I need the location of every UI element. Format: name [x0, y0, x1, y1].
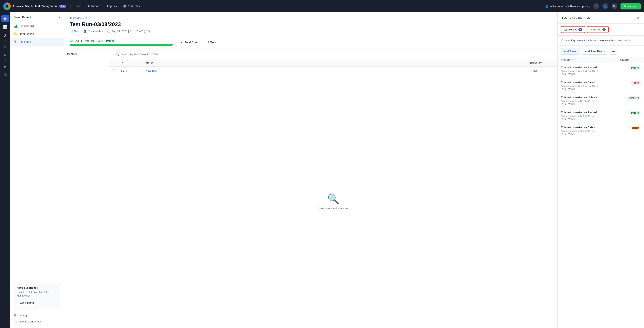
result-author: Rishu Mehra [561, 103, 598, 106]
topnav-right: 👤 Invite team 🏷 Plans and pricing ? 👤 🔍 … [545, 3, 641, 9]
icon-sidebar-testruns[interactable]: ▶ [2, 63, 9, 70]
table-row: TC-4 New Test — Med [109, 67, 558, 75]
tag-icon: 🏷 [566, 5, 569, 8]
tab-issues[interactable]: ⚙ Issues 1 [587, 26, 609, 33]
add-result-button[interactable]: Add Result [561, 48, 580, 54]
results-list: This test is marked as Passed Aug 04, 20… [558, 63, 644, 328]
remarks-header: REMARKS [561, 59, 620, 61]
settings-icon: ⚙️ [14, 314, 17, 317]
search-input[interactable] [121, 53, 552, 56]
plans-pricing-link[interactable]: 🏷 Plans and pricing [566, 5, 590, 8]
result-status: Passed [629, 66, 641, 70]
nav-live[interactable]: Live [74, 4, 82, 9]
project-selector[interactable]: Demo Project ▾ [10, 12, 64, 22]
checkbox[interactable] [112, 69, 116, 72]
icon-sidebar-dashboard[interactable]: 📊 [2, 23, 9, 30]
icon-sidebar-integrations[interactable]: 🔌 [2, 71, 9, 78]
sidebar-dot-1 [5, 40, 6, 41]
row-priority: — Med [530, 69, 554, 72]
empty-state: 🔍 1 test cases in this test run [109, 75, 558, 328]
page-meta: 📄 New 👤 Rishu Mehra 🕐 Aug 04, 2023 | 7:3… [70, 30, 552, 33]
search-icon: 🔍 [613, 4, 616, 8]
nav-products[interactable]: ⊞ Products ▾ [123, 4, 140, 8]
chevron-down-icon: ▾ [139, 5, 140, 7]
close-icon[interactable]: ✕ [637, 16, 640, 20]
search-bar: 🔍 [109, 49, 558, 60]
home-icon: 🏠 [3, 17, 7, 20]
runs-icon: ⚡ [3, 33, 7, 37]
meta-author: 👤 Rishu Mehra [84, 30, 103, 33]
nav-automate[interactable]: Automate [86, 4, 102, 9]
buy-plan-button[interactable]: Buy a plan [620, 3, 641, 9]
nav-test-cases[interactable]: 📁 Test Cases [10, 30, 64, 38]
issues-badge: 1 [602, 28, 606, 31]
result-author: Rishu Mehra [561, 133, 596, 136]
result-item: This test is marked as Retest Aug 04, 20… [558, 123, 644, 138]
icon-sidebar-settings2[interactable]: ⚙ [2, 51, 9, 58]
breadcrumb: Test Runs › TR-1 [70, 16, 552, 19]
help-button[interactable]: ? [593, 3, 599, 9]
result-author: Rishu Mehra [561, 88, 598, 91]
nav-test-runs[interactable]: ⟨⟩ Test Runs [10, 38, 64, 46]
icon-sidebar-home[interactable]: 🏠 [2, 15, 9, 22]
app-layout: 🏠 📊 ⚡ ⊞ ⚙ ▶ 🔌 Demo Project ▾ 📊 Dashb [0, 12, 644, 328]
result-status: Untested [628, 96, 641, 100]
folder-icon: 📁 [14, 32, 18, 36]
row-title[interactable]: New Test [146, 69, 530, 72]
result-datetime: Aug 04, 2023 | 10:06:11 AM (IST) [561, 69, 598, 72]
tab-results[interactable]: 📊 Results 8 [561, 26, 585, 33]
result-status: Failed [631, 81, 641, 85]
priority-dash-icon: — [530, 69, 532, 72]
chart-icon: 📊 [3, 25, 7, 29]
progress-label: 📊 Overall Progress: 100% Passed [70, 39, 173, 42]
result-remark: This test is marked as Passed [561, 66, 598, 69]
code-icon: ⟨⟩ [181, 40, 184, 44]
row-checkbox[interactable] [112, 69, 121, 72]
brand-name: BrowserStack [12, 4, 33, 8]
page-header: Test Runs › TR-1 Test Run-03/08/2023 📄 N… [64, 12, 558, 36]
total-count-area: ⟨⟩ Total Count [181, 40, 199, 44]
nav-docs[interactable]: 📄 View Documentation [14, 318, 60, 325]
search-input-wrap[interactable]: 🔍 [112, 51, 554, 58]
user-meta-icon: 👤 [84, 30, 87, 33]
testruns-nav-icon: ⟨⟩ [14, 40, 16, 44]
th-title: TITLE [146, 62, 530, 65]
beta-badge: Beta [59, 5, 66, 8]
result-author: Rishu Mehra [561, 118, 596, 121]
breadcrumb-parent[interactable]: Test Runs [70, 16, 82, 19]
get-demo-button[interactable]: Get a demo [17, 300, 37, 306]
nav-dashboard[interactable]: 📊 Dashboard [10, 22, 64, 30]
right-panel: TEST CASE DETAILS ✕ 📊 Results 8 ⚙ Issues… [558, 12, 644, 328]
icon-sidebar-runs[interactable]: ⚡ [2, 31, 9, 39]
breadcrumb-current: TR-1 [86, 16, 92, 19]
more-options-button[interactable]: ⋯ [610, 48, 618, 54]
icon-sidebar-grid[interactable]: ⊞ [2, 43, 9, 50]
result-item: This test is marked as Passed Aug 04, 20… [558, 108, 644, 123]
chevron-down-icon: ▾ [59, 15, 60, 19]
grid-icon: ⊞ [4, 45, 6, 49]
result-datetime: Aug 04, 2023 | 10:06:07 AM (IST) [561, 84, 598, 87]
nav-settings[interactable]: ⚙️ Settings [14, 312, 60, 318]
integrations-icon: 🔌 [3, 73, 7, 77]
result-item: This test is marked as Passed Aug 04, 20… [558, 63, 644, 78]
passed-badge: Passed [104, 39, 116, 42]
dashboard-icon: 📊 [14, 24, 18, 28]
sidebar-dot-2 [5, 60, 6, 61]
testruns-icon: ▶ [4, 64, 6, 68]
account-button[interactable]: 👤 [602, 3, 608, 9]
th-checkbox [112, 62, 121, 65]
search-button[interactable]: 🔍 [612, 3, 617, 9]
progress-bar [70, 44, 173, 46]
icon-sidebar: 🏠 📊 ⚡ ⊞ ⚙ ▶ 🔌 [0, 12, 10, 328]
result-remark: This test is marked as Retest [561, 126, 596, 129]
add-pass-result-button[interactable]: Add Pass Result [582, 48, 608, 54]
invite-team-button[interactable]: 👤 Invite team [545, 5, 563, 8]
nav-applive[interactable]: App Live [106, 4, 119, 9]
result-datetime: Aug 04, 2023 | 9:58:42 AM (IST) [561, 99, 598, 102]
result-remark: This test is marked as Untested [561, 96, 598, 99]
panel-desc: You can log results for this test case f… [558, 36, 644, 46]
status-header: STATUS [620, 59, 641, 61]
product-name: Test Management [35, 4, 58, 8]
logo[interactable]: BrowserStack Test Management Beta [3, 2, 66, 10]
meta-status: 📄 New [70, 30, 79, 33]
